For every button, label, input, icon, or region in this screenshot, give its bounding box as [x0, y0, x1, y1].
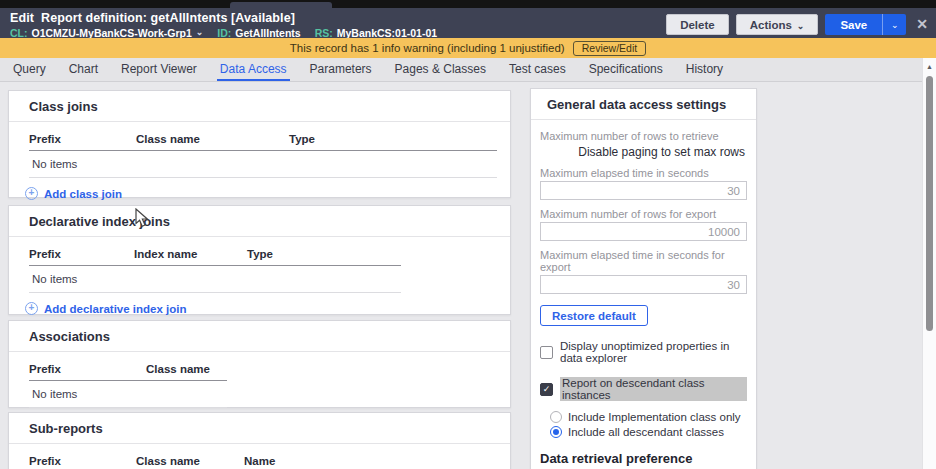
vertical-scrollbar[interactable]: ▲: [922, 58, 936, 469]
associations-title: Associations: [9, 321, 510, 352]
plus-circle-icon: +: [25, 187, 38, 200]
chevron-down-icon[interactable]: ⌄: [196, 27, 204, 37]
save-options-button[interactable]: ⌄: [883, 14, 906, 35]
class-joins-section: Class joins Prefix Class name Type No it…: [8, 90, 511, 198]
record-header: EditReport definition: getAllIntents [Av…: [0, 8, 936, 38]
report-descendant-checkbox[interactable]: ✓: [540, 383, 553, 396]
warning-bar: This record has 1 info warning (includin…: [0, 38, 936, 58]
col-prefix: Prefix: [29, 455, 136, 467]
descendant-options-group: Include Implementation class only Includ…: [550, 411, 747, 438]
browser-top-strip: [0, 0, 936, 8]
declarative-index-joins-title: Declarative index joins: [9, 206, 510, 237]
col-prefix: Prefix: [29, 133, 136, 145]
display-unoptimized-row: Display unoptimized properties in data e…: [540, 340, 747, 364]
tab-report-viewer[interactable]: Report Viewer: [118, 58, 200, 81]
max-rows-export-input[interactable]: [540, 222, 747, 241]
save-button[interactable]: Save: [825, 14, 883, 35]
edit-label: Edit: [10, 11, 34, 25]
tab-parameters[interactable]: Parameters: [307, 58, 375, 81]
general-data-access-settings-section: General data access settings Maximum num…: [530, 88, 757, 469]
title-line: EditReport definition: getAllIntents [Av…: [10, 11, 437, 25]
col-prefix: Prefix: [29, 248, 134, 260]
max-elapsed-export-input[interactable]: [540, 275, 747, 294]
report-descendant-label: Report on descendant class instances: [560, 377, 747, 401]
actions-button[interactable]: Actions⌄: [736, 14, 819, 35]
col-type: Type: [289, 133, 497, 145]
include-implementation-radio[interactable]: [550, 411, 562, 423]
warning-text: This record has 1 info warning (includin…: [290, 42, 565, 54]
tab-specifications[interactable]: Specifications: [586, 58, 666, 81]
max-rows-note: Disable paging to set max rows: [540, 145, 745, 159]
save-split-button: Save ⌄: [825, 14, 906, 35]
associations-header-row: Prefix Class name: [29, 357, 227, 381]
scroll-up-arrow[interactable]: ▲: [923, 63, 936, 70]
delete-button[interactable]: Delete: [666, 14, 729, 35]
tab-pages-classes[interactable]: Pages & Classes: [392, 58, 489, 81]
plus-circle-icon: +: [25, 302, 38, 315]
add-declarative-index-join-link[interactable]: + Add declarative index join: [25, 302, 187, 315]
settings-title: General data access settings: [531, 89, 756, 120]
chevron-down-icon: ⌄: [797, 21, 805, 31]
class-joins-header-row: Prefix Class name Type: [29, 127, 497, 151]
col-class-name: Class name: [136, 133, 289, 145]
col-prefix: Prefix: [29, 363, 146, 375]
declarative-index-joins-section: Declarative index joins Prefix Index nam…: [8, 205, 511, 315]
declarative-index-joins-empty-row: No items: [29, 266, 401, 293]
sub-reports-title: Sub-reports: [9, 413, 510, 444]
max-elapsed-input[interactable]: [540, 181, 747, 200]
sub-reports-section: Sub-reports Prefix Class name Name: [8, 412, 511, 469]
screen: EditReport definition: getAllIntents [Av…: [0, 0, 936, 469]
close-icon[interactable]: ✕: [916, 14, 928, 35]
max-elapsed-label: Maximum elapsed time in seconds: [540, 167, 747, 179]
col-index-name: Index name: [134, 248, 247, 260]
col-class-name: Class name: [136, 455, 244, 467]
display-unoptimized-checkbox[interactable]: [540, 346, 553, 359]
tab-test-cases[interactable]: Test cases: [506, 58, 569, 81]
scrollbar-thumb[interactable]: [926, 76, 933, 331]
tab-chart[interactable]: Chart: [66, 58, 101, 81]
review-edit-button[interactable]: Review/Edit: [573, 41, 646, 56]
tab-query[interactable]: Query: [10, 58, 49, 81]
col-name: Name: [244, 455, 491, 467]
report-descendant-row: ✓ Report on descendant class instances: [540, 377, 747, 401]
sub-reports-header-row: Prefix Class name Name: [29, 449, 491, 469]
tab-history[interactable]: History: [683, 58, 726, 81]
declarative-index-joins-header-row: Prefix Index name Type: [29, 242, 401, 266]
record-title: Report definition: getAllIntents [Availa…: [41, 11, 295, 25]
add-class-join-link[interactable]: + Add class join: [25, 187, 122, 200]
chevron-down-icon: ⌄: [891, 20, 899, 30]
tab-bar: Query Chart Report Viewer Data Access Pa…: [0, 58, 922, 82]
data-retrieval-heading: Data retrieval preference: [540, 451, 747, 466]
max-rows-export-label: Maximum number of rows for export: [540, 208, 747, 220]
class-joins-empty-row: No items: [29, 151, 497, 178]
class-joins-title: Class joins: [9, 91, 510, 122]
col-class-name: Class name: [146, 363, 227, 375]
include-all-descendant-radio[interactable]: [550, 426, 562, 438]
associations-section: Associations Prefix Class name No items: [8, 320, 511, 408]
max-rows-label: Maximum number of rows to retrieve: [540, 130, 747, 142]
header-actions: Delete Actions⌄ Save ⌄ ✕: [666, 8, 936, 35]
associations-empty-row: No items: [29, 381, 227, 408]
max-elapsed-export-label: Maximum elapsed time in seconds for expo…: [540, 249, 747, 273]
tab-data-access[interactable]: Data Access: [217, 58, 290, 81]
col-type: Type: [247, 248, 401, 260]
restore-default-button[interactable]: Restore default: [540, 305, 648, 326]
